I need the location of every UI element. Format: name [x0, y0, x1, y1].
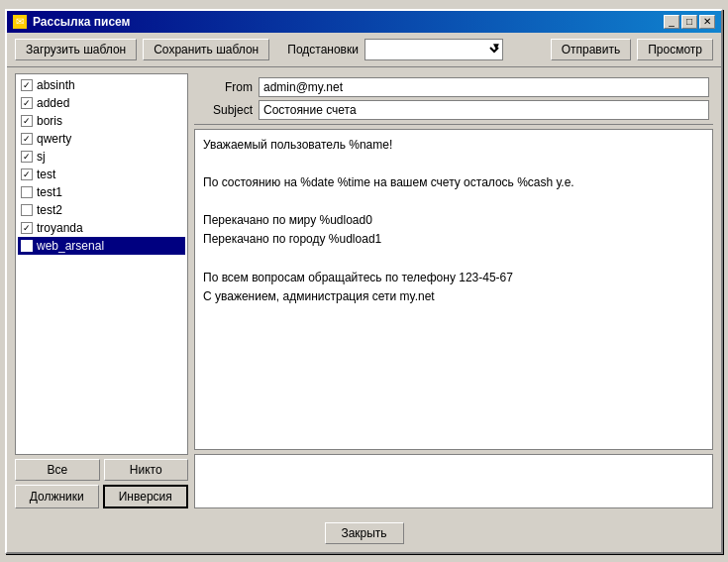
- list-button-row-2: Должники Инверсия: [15, 485, 188, 508]
- list-item[interactable]: web_arsenal: [18, 237, 185, 255]
- list-item[interactable]: troyanda: [18, 219, 185, 237]
- form-fields: From Subject: [194, 73, 713, 125]
- list-item-label: test1: [37, 185, 62, 199]
- list-item-label: test2: [37, 203, 62, 217]
- list-item-label: web_arsenal: [37, 239, 104, 253]
- title-buttons: _ □ ✕: [664, 15, 715, 29]
- list-item-label: absinth: [37, 78, 75, 92]
- maximize-button[interactable]: □: [681, 15, 697, 29]
- load-template-button[interactable]: Загрузить шаблон: [15, 39, 137, 60]
- list-button-row: Все Никто: [15, 459, 188, 481]
- list-item-label: sj: [37, 150, 46, 164]
- toolbar: Загрузить шаблон Сохранить шаблон Подста…: [7, 33, 721, 67]
- list-item-label: boris: [37, 114, 62, 128]
- left-panel: absinthaddedborisqwertysjtesttest1test2t…: [15, 73, 188, 508]
- list-item[interactable]: test1: [18, 183, 185, 201]
- list-item-checkbox: [21, 115, 33, 127]
- bottom-bar: Закрыть: [7, 514, 721, 552]
- right-panel: From Subject Уважаемый пользователь %nam…: [194, 73, 713, 508]
- list-item[interactable]: sj: [18, 148, 185, 166]
- list-item-checkbox: [21, 151, 33, 163]
- list-item[interactable]: absinth: [18, 76, 185, 94]
- title-bar-left: ✉ Рассылка писем: [13, 15, 130, 29]
- recipient-list[interactable]: absinthaddedborisqwertysjtesttest1test2t…: [15, 73, 188, 455]
- subject-label: Subject: [198, 103, 253, 117]
- from-row: From: [198, 77, 709, 97]
- list-item-checkbox: [21, 222, 33, 234]
- save-template-button[interactable]: Сохранить шаблон: [143, 39, 269, 60]
- all-button[interactable]: Все: [15, 459, 100, 481]
- subject-row: Subject: [198, 100, 709, 120]
- email-body[interactable]: Уважаемый пользователь %name! По состоян…: [194, 129, 713, 450]
- close-button[interactable]: ✕: [699, 15, 715, 29]
- list-item[interactable]: test2: [18, 201, 185, 219]
- from-input[interactable]: [259, 77, 709, 97]
- main-content: absinthaddedborisqwertysjtesttest1test2t…: [7, 67, 721, 514]
- list-item-checkbox: [21, 186, 33, 198]
- list-item-label: troyanda: [37, 221, 83, 235]
- list-item-label: added: [37, 96, 69, 110]
- main-window: ✉ Рассылка писем _ □ ✕ Загрузить шаблон …: [5, 9, 723, 554]
- list-item[interactable]: test: [18, 166, 185, 183]
- close-button-bottom[interactable]: Закрыть: [325, 522, 404, 544]
- podstanovki-label: Подстановки: [287, 43, 359, 56]
- subject-input[interactable]: [259, 100, 709, 120]
- list-item-checkbox: [21, 79, 33, 91]
- window-icon: ✉: [13, 15, 27, 29]
- list-item-checkbox: [21, 169, 33, 180]
- from-label: From: [198, 80, 253, 94]
- podstanovki-select[interactable]: [364, 39, 503, 60]
- list-item-checkbox: [21, 240, 33, 252]
- debtors-button[interactable]: Должники: [15, 485, 99, 508]
- list-item-checkbox: [21, 133, 33, 145]
- list-item-checkbox: [21, 204, 33, 216]
- list-item[interactable]: added: [18, 94, 185, 112]
- send-button[interactable]: Отправить: [551, 39, 632, 60]
- preview-button[interactable]: Просмотр: [637, 39, 713, 60]
- podstanovki-select-wrapper: [364, 39, 503, 60]
- none-button[interactable]: Никто: [104, 459, 189, 481]
- attachment-area: [194, 454, 713, 508]
- title-bar: ✉ Рассылка писем _ □ ✕: [7, 11, 721, 33]
- list-item[interactable]: boris: [18, 112, 185, 130]
- minimize-button[interactable]: _: [664, 15, 679, 29]
- window-title: Рассылка писем: [33, 15, 130, 29]
- list-item-label: qwerty: [37, 132, 71, 146]
- list-item[interactable]: qwerty: [18, 130, 185, 148]
- invert-button[interactable]: Инверсия: [103, 485, 189, 508]
- list-item-checkbox: [21, 97, 33, 109]
- list-item-label: test: [37, 168, 55, 181]
